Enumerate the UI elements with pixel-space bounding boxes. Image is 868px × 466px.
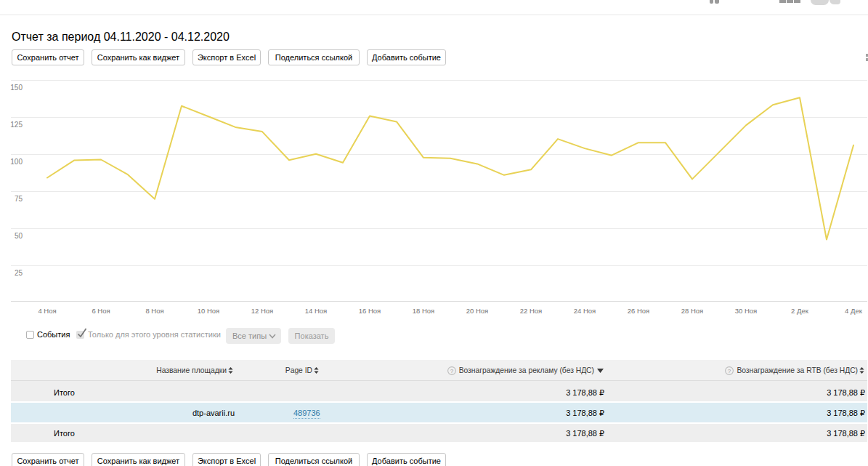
svg-text:?: ? [728, 368, 731, 374]
svg-text:?: ? [450, 368, 454, 374]
